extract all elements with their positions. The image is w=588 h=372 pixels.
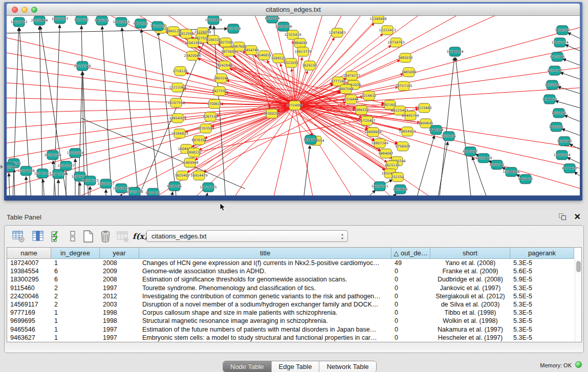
network-canvas[interactable]: 1872400771638228860128891295423226058982… — [7, 16, 580, 195]
table-cell[interactable]: Franke et al. (2009) — [430, 267, 510, 275]
selected-node[interactable]: 7485033 — [398, 53, 413, 62]
float-panel-icon[interactable] — [559, 213, 567, 221]
table-cell[interactable]: Wolkin et al. (1998) — [430, 317, 510, 325]
node[interactable]: 12942757 — [34, 169, 51, 178]
table-selector-combo[interactable]: citations_edges.txt ▲ ▼ — [146, 230, 348, 242]
table-cell[interactable]: 5.3E-5 — [510, 309, 574, 317]
edge[interactable] — [365, 190, 376, 195]
node[interactable]: 11545194 — [50, 169, 67, 179]
tab-network-table[interactable]: Network Table — [319, 361, 376, 372]
selected-node[interactable]: 7625402 — [175, 171, 190, 180]
selected-node[interactable]: 9827508 — [219, 38, 233, 47]
select-all-icon[interactable] — [50, 230, 63, 243]
column-header-name[interactable]: name — [7, 248, 51, 259]
table-cell[interactable]: 14569117 — [7, 300, 51, 309]
selected-edge[interactable] — [7, 105, 295, 113]
table-cell[interactable]: Changes of HCN gene expression and I(f) … — [139, 259, 391, 267]
table-cell[interactable]: 5.3E-5 — [510, 284, 574, 292]
edge[interactable] — [416, 136, 434, 195]
node[interactable]: 1085321 — [549, 122, 564, 132]
selected-node[interactable]: 12353594 — [197, 124, 214, 133]
edge[interactable] — [122, 28, 139, 195]
node[interactable]: 10719155 — [113, 17, 129, 27]
table-cell[interactable]: 5.3E-5 — [510, 317, 574, 325]
column-header-title[interactable]: title — [139, 248, 391, 259]
edge[interactable] — [567, 158, 580, 164]
panel-collapse-arrow-icon[interactable] — [1, 165, 3, 169]
selected-node[interactable]: 19654923 — [399, 127, 416, 136]
edge[interactable] — [43, 179, 45, 195]
table-cell[interactable]: 6 — [51, 267, 100, 275]
edge[interactable] — [455, 57, 471, 195]
function-builder-icon[interactable]: f(x) — [133, 230, 146, 243]
table-cell[interactable]: 1 — [51, 309, 100, 317]
selected-node[interactable]: 9146821 — [257, 51, 272, 60]
table-cell[interactable]: 0 — [391, 284, 430, 292]
table-vertical-scrollbar[interactable] — [575, 259, 581, 342]
table-cell[interactable]: 2008 — [100, 259, 139, 267]
selected-node[interactable]: 6522057 — [284, 58, 299, 68]
table-cell[interactable]: 9115460 — [7, 284, 51, 292]
selected-node[interactable]: 9497568 — [339, 84, 354, 94]
table-cell[interactable]: 5.3E-5 — [510, 259, 574, 267]
table-cell[interactable]: 5.3E-5 — [510, 334, 574, 342]
node[interactable]: 10653287 — [51, 16, 68, 24]
window-titlebar[interactable]: citations_edges.txt — [7, 4, 580, 16]
node[interactable]: 8813054 — [265, 16, 280, 23]
column-header-short[interactable]: short — [430, 248, 510, 259]
selected-edge[interactable] — [295, 105, 314, 195]
edge[interactable] — [14, 169, 15, 195]
table-cell[interactable]: Genome-wide association studies in ADHD. — [139, 267, 391, 275]
deselect-all-icon[interactable] — [66, 230, 79, 243]
select-columns-icon[interactable] — [31, 230, 45, 243]
table-cell[interactable]: Tibbo et al. (1998) — [430, 309, 510, 317]
table-cell[interactable]: 18300295 — [7, 275, 51, 283]
selected-node[interactable]: 12974983 — [329, 28, 345, 37]
selected-node[interactable]: 2718126 — [173, 67, 188, 76]
node[interactable]: 9129966 — [550, 52, 565, 61]
node[interactable]: 5933891 — [442, 132, 456, 141]
table-row[interactable]: 1872400712008Changes of HCN gene express… — [7, 259, 581, 267]
table-cell[interactable]: 0 — [391, 317, 430, 325]
selected-edge[interactable] — [295, 105, 580, 169]
table-cell[interactable]: 9465546 — [7, 325, 51, 334]
edge[interactable] — [81, 118, 245, 189]
selected-edge[interactable] — [295, 49, 299, 105]
table-cell[interactable]: 0 — [391, 334, 430, 342]
node[interactable]: 19975887 — [57, 161, 74, 170]
table-cell[interactable]: 1997 — [100, 334, 139, 342]
table-row[interactable]: 1938455462009Genome-wide association stu… — [7, 267, 581, 275]
selected-edge[interactable] — [182, 92, 341, 176]
node[interactable]: 9450412 — [518, 174, 533, 184]
table-cell[interactable]: 2 — [51, 292, 100, 300]
selected-node[interactable]: 2316444 — [344, 95, 359, 104]
table-cell[interactable]: 5.6E-5 — [510, 267, 574, 275]
edge[interactable] — [555, 101, 580, 108]
node[interactable]: 9466161 — [95, 16, 110, 25]
node[interactable]: 9857791 — [167, 182, 182, 191]
table-cell[interactable]: 5.3E-5 — [510, 300, 574, 309]
node[interactable]: 7615523 — [150, 21, 165, 31]
node[interactable]: 9227342 — [548, 66, 562, 75]
node[interactable]: 1244419 — [542, 95, 557, 104]
table-cell[interactable]: Tourette syndrome. Phenomenology and cla… — [139, 284, 391, 292]
table-cell[interactable]: Corpus callosum shape and size in male p… — [139, 309, 391, 317]
node[interactable]: 1209388 — [545, 80, 560, 90]
selected-node[interactable]: 19613776 — [294, 47, 311, 56]
table-cell[interactable]: 1 — [51, 259, 100, 267]
scrollbar-thumb[interactable] — [576, 261, 581, 272]
selected-node[interactable]: 9242848 — [217, 61, 232, 70]
table-cell[interactable]: 0 — [391, 300, 430, 309]
table-cell[interactable]: 2 — [51, 284, 100, 292]
node[interactable]: 15751074 — [551, 38, 568, 47]
table-row[interactable]: 1456911722003Disruption of a novel membe… — [7, 300, 581, 309]
selected-node[interactable]: 11548498 — [369, 16, 386, 24]
table-cell[interactable]: 5.3E-5 — [510, 325, 574, 334]
node[interactable]: 20153346 — [74, 61, 91, 71]
node[interactable]: 8995342 — [490, 160, 505, 169]
edge[interactable] — [141, 29, 159, 195]
node[interactable]: 1534545 — [303, 135, 318, 144]
edge[interactable] — [206, 193, 207, 195]
tab-node-table[interactable]: Node Table — [223, 361, 272, 372]
memory-ok-indicator[interactable] — [575, 361, 582, 368]
